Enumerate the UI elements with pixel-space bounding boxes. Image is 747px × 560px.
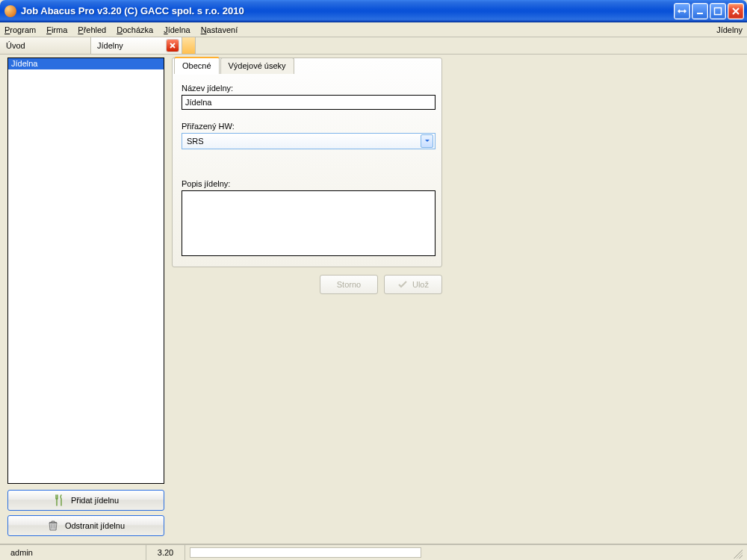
document-tabs: Úvod Jídelny xyxy=(0,37,747,55)
hw-combobox[interactable]: SRS xyxy=(182,133,436,149)
desc-textarea[interactable] xyxy=(182,190,436,256)
menu-nastaveni[interactable]: Nastavení xyxy=(201,25,238,34)
window-switch-button[interactable] xyxy=(674,3,690,19)
status-user: admin xyxy=(4,545,146,560)
chevron-down-icon[interactable] xyxy=(421,134,433,148)
button-label: Přidat jídelnu xyxy=(71,496,119,505)
tab-label: Jídelny xyxy=(97,41,123,50)
canteen-listbox[interactable]: Jídelna xyxy=(7,57,164,484)
svg-rect-1 xyxy=(715,7,722,14)
menu-dochazka[interactable]: Docházka xyxy=(117,25,153,34)
content-area: Jídelna Přidat jídelnu Odstranit jídel xyxy=(0,55,747,544)
svg-rect-0 xyxy=(697,13,703,14)
statusbar: admin 3.20 xyxy=(0,544,747,560)
menu-firma[interactable]: Firma xyxy=(46,25,67,34)
inner-tabs: Obecné Výdejové úseky xyxy=(174,57,295,74)
status-version: 3.20 xyxy=(146,545,185,560)
app-icon xyxy=(4,5,16,17)
desc-label: Popis jídelny: xyxy=(182,179,433,188)
menubar: Program Firma Přehled Docházka Jídelna N… xyxy=(0,22,747,37)
tab-jidelny[interactable]: Jídelny xyxy=(91,37,182,54)
name-label: Název jídelny: xyxy=(182,84,433,93)
window-title: Job Abacus Pro v3.20 (C) GACC spol. s r.… xyxy=(21,5,244,16)
button-label: Storno xyxy=(337,280,361,289)
menu-prehled[interactable]: Přehled xyxy=(78,25,106,34)
save-button[interactable]: Ulož xyxy=(384,275,442,294)
check-icon xyxy=(397,279,408,290)
trash-icon xyxy=(47,520,59,532)
tab-uvod[interactable]: Úvod xyxy=(0,37,91,54)
left-column: Jídelna Přidat jídelnu Odstranit jídel xyxy=(7,57,164,541)
tab-obecne[interactable]: Obecné xyxy=(174,57,220,74)
tab-close-icon[interactable] xyxy=(167,40,179,52)
close-button[interactable] xyxy=(728,3,744,19)
menu-jidelna[interactable]: Jídelna xyxy=(164,25,190,34)
form-button-row: Storno Ulož xyxy=(172,275,442,294)
button-label: Ulož xyxy=(412,280,429,289)
menu-program[interactable]: Program xyxy=(4,25,36,34)
combobox-value: SRS xyxy=(187,137,421,146)
tab-vydejove-useky[interactable]: Výdejové úseky xyxy=(220,57,294,74)
titlebar: Job Abacus Pro v3.20 (C) GACC spol. s r.… xyxy=(0,0,747,22)
window-controls xyxy=(674,3,744,19)
name-input[interactable] xyxy=(182,95,436,110)
tab-label: Úvod xyxy=(6,41,25,50)
maximize-button[interactable] xyxy=(710,3,726,19)
list-item[interactable]: Jídelna xyxy=(8,58,164,69)
button-label: Odstranit jídelnu xyxy=(65,521,125,530)
hw-label: Přiřazený HW: xyxy=(182,122,433,131)
minimize-button[interactable] xyxy=(692,3,708,19)
resize-grip-icon[interactable] xyxy=(731,547,743,559)
right-column: Obecné Výdejové úseky Název jídelny: Při… xyxy=(172,57,744,541)
cancel-button[interactable]: Storno xyxy=(320,275,378,294)
remove-canteen-button[interactable]: Odstranit jídelnu xyxy=(7,515,164,536)
cutlery-icon xyxy=(53,494,65,506)
add-canteen-button[interactable]: Přidat jídelnu xyxy=(7,490,164,511)
status-progressbar xyxy=(190,547,421,558)
tab-overflow-marker xyxy=(182,37,196,54)
menu-right-jidelny[interactable]: Jídelny xyxy=(716,25,743,34)
form-panel: Obecné Výdejové úseky Název jídelny: Při… xyxy=(172,57,442,267)
